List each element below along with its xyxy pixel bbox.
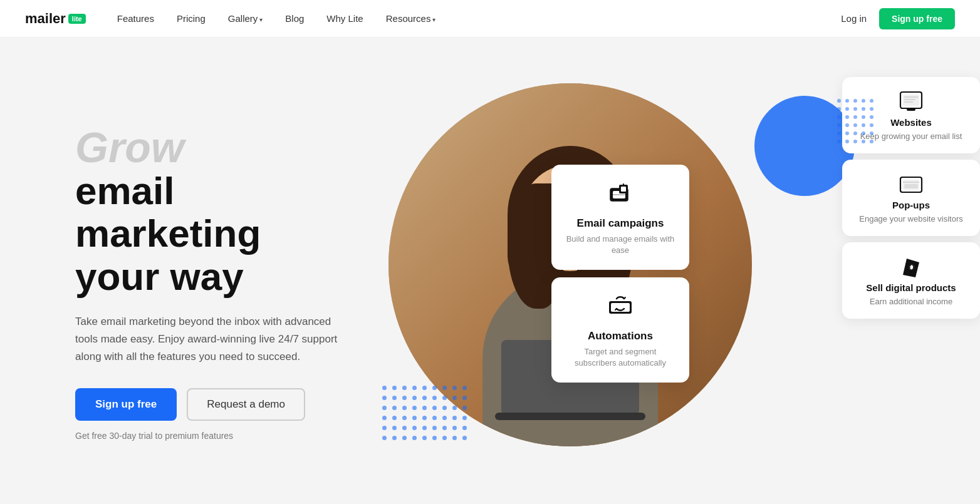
nav-right: Log in Sign up free <box>841 8 955 29</box>
email-campaigns-card: Email campaigns Build and manage emails … <box>551 165 689 270</box>
sell-digital-desc: Earn additional income <box>870 296 952 307</box>
nav-blog[interactable]: Blog <box>285 13 304 24</box>
nav-login[interactable]: Log in <box>841 13 867 24</box>
hero-description: Take email marketing beyond the inbox wi… <box>75 313 351 366</box>
sell-digital-card: $ Sell digital products Earn additional … <box>842 242 980 319</box>
hero-right: const dp1 = document.currentScript.previ… <box>363 64 980 503</box>
sell-digital-title: Sell digital products <box>866 282 956 293</box>
logo-text: mailer <box>25 11 66 27</box>
svg-rect-4 <box>623 183 624 187</box>
websites-desc: Keep growing your email list <box>860 131 962 142</box>
automations-desc: Target and segment subscribers automatic… <box>564 346 677 369</box>
svg-rect-3 <box>621 187 626 192</box>
nav-gallery[interactable]: Gallery▾ <box>228 13 263 24</box>
gallery-arrow-icon: ▾ <box>259 16 263 23</box>
logo[interactable]: mailer lite <box>25 11 86 27</box>
navbar: mailer lite Features Pricing Gallery▾ Bl… <box>0 0 980 38</box>
signup-button[interactable]: Sign up free <box>75 388 177 421</box>
nav-resources[interactable]: Resources▾ <box>386 13 436 24</box>
logo-badge: lite <box>68 14 86 24</box>
sell-digital-icon: $ <box>898 254 924 282</box>
email-campaigns-icon <box>607 178 634 211</box>
hero-title: email marketing your way <box>75 170 363 298</box>
hero-section: Grow email marketing your way Take email… <box>0 38 980 504</box>
nav-why-lite[interactable]: Why Lite <box>326 13 363 24</box>
nav-features[interactable]: Features <box>117 13 154 24</box>
popups-title: Pop-ups <box>892 200 930 210</box>
automations-title: Automations <box>588 330 653 342</box>
nav-links: Features Pricing Gallery▾ Blog Why Lite … <box>117 13 436 24</box>
popups-desc: Engage your website visitors <box>859 213 962 225</box>
hero-grow-animated: Grow <box>75 126 363 168</box>
websites-title: Websites <box>890 117 932 128</box>
center-feature-cards: Email campaigns Build and manage emails … <box>551 165 689 383</box>
resources-arrow-icon: ▾ <box>432 16 435 23</box>
websites-icon <box>898 88 924 117</box>
automations-icon <box>607 291 634 324</box>
svg-text:$: $ <box>910 265 913 270</box>
demo-button[interactable]: Request a demo <box>187 388 305 421</box>
trial-text: Get free 30-day trial to premium feature… <box>75 431 363 441</box>
popups-icon <box>898 171 924 200</box>
nav-signup-button[interactable]: Sign up free <box>879 8 955 29</box>
automations-card: Automations Target and segment subscribe… <box>551 277 689 383</box>
svg-rect-9 <box>903 95 919 106</box>
svg-rect-17 <box>904 184 918 188</box>
svg-rect-13 <box>907 108 915 111</box>
hero-left: Grow email marketing your way Take email… <box>0 88 363 478</box>
dot-pattern-bottom <box>382 386 467 440</box>
hero-grow-text: Grow <box>75 126 184 168</box>
nav-pricing[interactable]: Pricing <box>177 13 206 24</box>
email-campaigns-title: Email campaigns <box>577 217 664 230</box>
hero-buttons: Sign up free Request a demo <box>75 388 363 421</box>
popups-card: Pop-ups Engage your website visitors <box>842 160 980 236</box>
email-campaigns-desc: Build and manage emails with ease <box>564 234 677 256</box>
